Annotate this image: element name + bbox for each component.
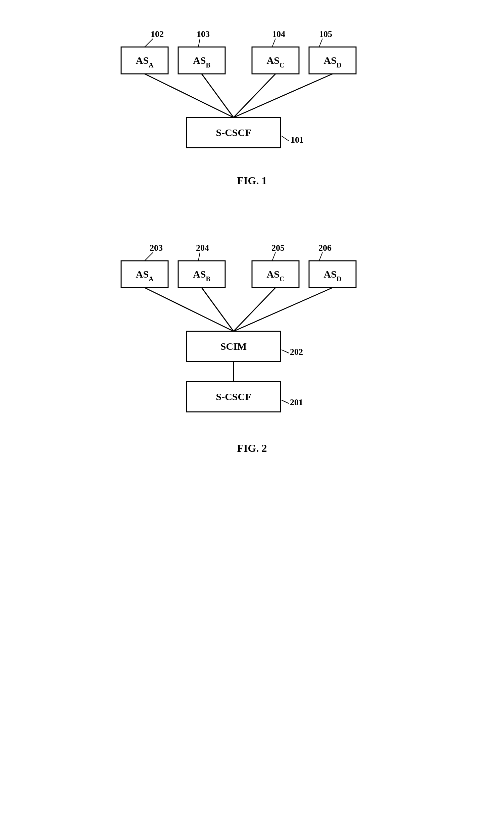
svg-line-3 xyxy=(319,39,322,47)
ref-102: 102 xyxy=(151,29,164,39)
fig1-line-asa xyxy=(145,74,234,117)
fig2-scim-label: SCIM xyxy=(220,341,247,352)
ref-201: 201 xyxy=(290,397,303,407)
svg-line-10 xyxy=(282,400,289,403)
fig2-line-asb xyxy=(202,288,234,331)
fig1-section: 102 103 104 105 ASA ASB ASC ASD xyxy=(0,0,504,187)
ref-101: 101 xyxy=(291,135,304,145)
fig2-section: 203 204 205 206 ASA ASB ASC ASD xyxy=(0,214,504,454)
ref-104: 104 xyxy=(272,29,285,39)
ref-204: 204 xyxy=(196,243,209,253)
fig2-diagram: 203 204 205 206 ASA ASB ASC ASD xyxy=(101,234,403,429)
svg-line-0 xyxy=(145,39,153,47)
ref-202: 202 xyxy=(290,347,303,357)
page-container: 102 103 104 105 ASA ASB ASC ASD xyxy=(0,0,504,820)
svg-line-4 xyxy=(282,136,289,141)
ref-103: 103 xyxy=(197,29,210,39)
fig2-line-asc xyxy=(234,288,275,331)
svg-line-9 xyxy=(282,350,289,353)
svg-line-6 xyxy=(198,252,200,261)
ref-105: 105 xyxy=(319,29,332,39)
fig1-line-asc xyxy=(234,74,275,117)
svg-line-2 xyxy=(272,39,275,47)
svg-line-8 xyxy=(319,252,322,261)
fig2-line-asd xyxy=(234,288,333,331)
svg-line-7 xyxy=(272,252,275,261)
ref-203: 203 xyxy=(150,243,163,253)
fig2-line-asa xyxy=(145,288,234,331)
ref-206: 206 xyxy=(318,243,332,253)
svg-line-1 xyxy=(198,39,200,47)
ref-205: 205 xyxy=(271,243,285,253)
fig2-caption: FIG. 2 xyxy=(237,442,267,454)
fig1-line-asd xyxy=(234,74,333,117)
fig1-scscf-label: S-CSCF xyxy=(216,127,251,138)
fig1-line-asb xyxy=(202,74,234,117)
fig2-scscf-label: S-CSCF xyxy=(216,391,251,402)
svg-line-5 xyxy=(145,252,153,261)
fig1-diagram: 102 103 104 105 ASA ASB ASC ASD xyxy=(101,20,403,161)
fig1-caption: FIG. 1 xyxy=(237,175,267,187)
